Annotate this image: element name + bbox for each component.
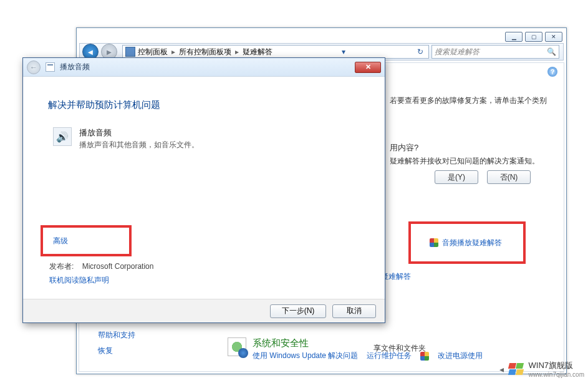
audio-troubleshoot-link[interactable]: 音频播放疑难解答 bbox=[442, 238, 502, 248]
highlight-audio-troubleshoot: 音频播放疑难解答 bbox=[408, 221, 526, 264]
wizard-close-button[interactable]: ✕ bbox=[355, 62, 381, 73]
wizard-title: 播放音频 bbox=[60, 62, 90, 72]
help-icon[interactable]: ? bbox=[547, 67, 557, 77]
description-partial: 疑难解答并接收对已知问题的解决方案通知。 bbox=[390, 156, 551, 167]
question-partial: 用内容? bbox=[390, 142, 551, 153]
power-link[interactable]: 改进电源使用 bbox=[438, 351, 483, 361]
wizard-back-button[interactable]: ← bbox=[27, 61, 41, 74]
privacy-link[interactable]: 联机阅读隐私声明 bbox=[49, 275, 109, 286]
windows-update-link[interactable]: 使用 Windows Update 解决问题 bbox=[253, 351, 358, 361]
window-caption-buttons: ▁ ▢ ✕ bbox=[505, 32, 562, 42]
document-icon bbox=[46, 62, 55, 72]
breadcrumb[interactable]: 控制面板 bbox=[138, 47, 168, 57]
system-security-title[interactable]: 系统和安全性 bbox=[253, 337, 483, 349]
wizard-titlebar: ← 播放音频 ✕ bbox=[23, 58, 385, 77]
branding-watermark: ◂ WIN7旗舰版 www.win7qijian.com bbox=[499, 360, 584, 378]
item-title: 播放音频 bbox=[79, 127, 199, 138]
refresh-icon[interactable]: ↻ bbox=[415, 47, 426, 56]
maintenance-link[interactable]: 运行维护任务 bbox=[367, 351, 412, 361]
wizard-footer: 下一步(N) 取消 bbox=[23, 299, 385, 322]
brand-url: www.win7qijian.com bbox=[529, 371, 584, 378]
troubleshoot-wizard-dialog: ← 播放音频 ✕ 解决并帮助预防计算机问题 🔊 播放音频 播放声音和其他音频，如… bbox=[22, 57, 385, 323]
search-icon: 🔍 bbox=[547, 47, 556, 56]
troubleshooter-item: 🔊 播放音频 播放声音和其他音频，如音乐文件。 bbox=[53, 127, 360, 150]
minimize-button[interactable]: ▁ bbox=[505, 32, 523, 42]
advanced-link[interactable]: 高级 bbox=[53, 236, 68, 246]
no-button[interactable]: 否(N) bbox=[487, 170, 531, 184]
breadcrumb[interactable]: 所有控制面板项 bbox=[179, 47, 231, 57]
item-subtitle: 播放声音和其他音频，如音乐文件。 bbox=[79, 140, 199, 150]
address-bar[interactable]: 控制面板▸ 所有控制面板项▸ 疑难解答 ▾ ↻ bbox=[122, 45, 429, 59]
arrow-icon: ◂ bbox=[499, 364, 504, 374]
shield-icon bbox=[420, 352, 429, 361]
speaker-icon: 🔊 bbox=[53, 127, 72, 146]
headline-partial: 若要查看更多的故障修复方案，请单击某个类别 bbox=[390, 95, 551, 106]
search-input[interactable]: 搜索疑难解答 🔍 bbox=[431, 45, 559, 59]
see-also-links: 帮助和支持 恢复 bbox=[98, 330, 135, 356]
help-support-link[interactable]: 帮助和支持 bbox=[98, 330, 135, 341]
cancel-button[interactable]: 取消 bbox=[332, 304, 376, 318]
next-button[interactable]: 下一步(N) bbox=[270, 304, 326, 318]
wizard-heading: 解决并帮助预防计算机问题 bbox=[48, 99, 360, 111]
highlight-advanced: 高级 bbox=[41, 225, 132, 256]
search-placeholder: 搜索疑难解答 bbox=[435, 47, 480, 57]
location-icon bbox=[125, 47, 135, 57]
breadcrumb[interactable]: 疑难解答 bbox=[243, 47, 272, 57]
dropdown-icon[interactable]: ▾ bbox=[339, 47, 348, 56]
publisher-value: Microsoft Corporation bbox=[82, 262, 154, 271]
system-security-section: 系统和安全性 使用 Windows Update 解决问题 运行维护任务 改进电… bbox=[228, 337, 483, 361]
shield-icon bbox=[430, 238, 438, 247]
system-security-icon bbox=[228, 337, 246, 356]
brand-name: WIN7旗舰版 bbox=[529, 360, 584, 371]
publisher-line: 发布者: Microsoft Corporation bbox=[49, 261, 153, 272]
maximize-button[interactable]: ▢ bbox=[525, 32, 542, 42]
publisher-label: 发布者: bbox=[49, 262, 74, 271]
windows-flag-icon bbox=[509, 363, 525, 376]
yes-button[interactable]: 是(Y) bbox=[435, 170, 478, 184]
close-button[interactable]: ✕ bbox=[545, 32, 562, 42]
recovery-link[interactable]: 恢复 bbox=[98, 346, 135, 356]
